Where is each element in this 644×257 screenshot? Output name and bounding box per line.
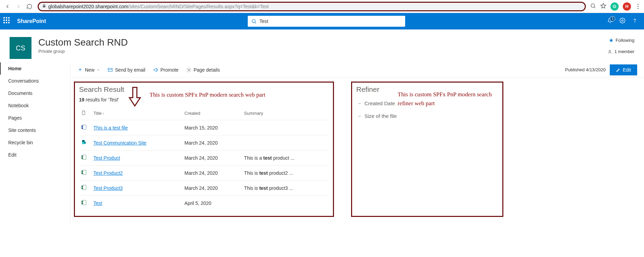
address-bar[interactable]: globalsharepoint2020.sharepoint.com/site… xyxy=(38,2,586,11)
result-summary: This is test product3 ... xyxy=(242,181,329,196)
result-title-link[interactable]: Test Product3 xyxy=(93,185,123,191)
chrome-right: G H xyxy=(590,2,641,11)
promote-button[interactable]: Promote xyxy=(153,67,179,73)
result-created: April 5, 2020 xyxy=(182,196,242,211)
result-summary: This is test product2 ... xyxy=(242,166,329,181)
chevron-down-icon xyxy=(358,101,362,106)
col-title[interactable]: Title↑ xyxy=(91,107,182,120)
bookmark-star-icon[interactable] xyxy=(600,3,606,10)
result-summary xyxy=(242,120,329,135)
mail-icon xyxy=(107,67,113,73)
excel-file-icon xyxy=(81,170,87,175)
col-icon xyxy=(79,107,91,120)
nav-item-site-contents[interactable]: Site contents xyxy=(0,124,70,136)
browser-chrome: globalsharepoint2020.sharepoint.com/site… xyxy=(0,0,644,13)
app-launcher-icon[interactable] xyxy=(3,17,12,25)
published-date: Published 4/13/2020 xyxy=(565,67,606,72)
gear-icon xyxy=(186,67,192,73)
excel-file-icon xyxy=(81,200,87,205)
chrome-menu-icon[interactable] xyxy=(635,4,641,9)
result-title-link[interactable]: Test Product2 xyxy=(93,170,123,176)
promote-icon xyxy=(153,67,158,73)
search-in-page-icon[interactable] xyxy=(590,3,596,10)
result-row: Test Communication SiteMarch 24, 2020 xyxy=(79,135,329,150)
nav-item-edit[interactable]: Edit xyxy=(0,149,70,161)
result-summary xyxy=(242,196,329,211)
col-created[interactable]: Created xyxy=(182,107,242,120)
document-icon xyxy=(81,110,86,115)
help-icon[interactable] xyxy=(632,17,638,25)
forward-button[interactable] xyxy=(14,2,23,11)
result-created: March 24, 2020 xyxy=(182,166,242,181)
nav-item-recycle-bin[interactable]: Recycle bin xyxy=(0,136,70,149)
extension-grammarly-icon[interactable]: G xyxy=(610,2,619,11)
suite-search-box[interactable] xyxy=(248,16,405,27)
result-title-link[interactable]: Test xyxy=(93,200,102,206)
nav-item-pages[interactable]: Pages xyxy=(0,112,70,124)
chevron-down-icon xyxy=(358,114,362,118)
result-summary: This is a test product ... xyxy=(242,150,329,166)
svg-rect-5 xyxy=(108,68,112,71)
nav-item-notebook[interactable]: Notebook xyxy=(0,99,70,112)
result-row: Test Product3March 24, 2020This is test … xyxy=(79,181,329,196)
svg-point-2 xyxy=(622,20,623,22)
excel-file-icon xyxy=(81,185,87,190)
edit-button[interactable]: Edit xyxy=(610,64,637,75)
notification-badge: 1 xyxy=(610,16,615,22)
sort-asc-icon: ↑ xyxy=(102,111,104,115)
word-file-icon xyxy=(81,124,87,130)
site-subtitle: Private group xyxy=(38,49,128,54)
excel-file-icon xyxy=(81,155,87,160)
search-results-panel: Search Result 19 results for 'Test' This… xyxy=(74,82,334,217)
search-icon xyxy=(251,19,257,24)
svg-point-4 xyxy=(609,50,611,52)
result-title-link[interactable]: Test Product xyxy=(93,155,120,161)
star-icon: ★ xyxy=(609,37,614,44)
svg-point-1 xyxy=(252,20,255,23)
refiner-panel: Refiner This is custom SPFx PnP modern s… xyxy=(351,82,503,217)
result-created: March 24, 2020 xyxy=(182,181,242,196)
follow-button[interactable]: ★ Following xyxy=(609,37,634,44)
nav-item-conversations[interactable]: Conversations xyxy=(0,75,70,87)
result-title-link[interactable]: Test Communication Site xyxy=(93,140,146,146)
lock-icon xyxy=(42,3,46,10)
result-summary xyxy=(242,135,329,150)
nav-item-documents[interactable]: Documents xyxy=(0,87,70,99)
command-bar: ＋ New Send by email Promote Page details… xyxy=(70,62,644,77)
plus-icon: ＋ xyxy=(77,66,83,73)
refiner-item[interactable]: Size of the file xyxy=(356,110,498,122)
nav-item-home[interactable]: Home xyxy=(0,62,70,75)
result-row: TestApril 5, 2020 xyxy=(79,196,329,211)
sp-file-icon xyxy=(81,139,87,145)
annotation-search: This is custom SPFx PnP modern search we… xyxy=(150,91,265,98)
results-table: Title↑ Created Summary This is a test fi… xyxy=(79,107,329,210)
result-row: Test ProductMarch 24, 2020This is a test… xyxy=(79,150,329,166)
members-link[interactable]: 1 member xyxy=(607,49,634,54)
back-button[interactable] xyxy=(3,2,12,11)
annotation-refiner: This is custom SPFx PnP modern search re… xyxy=(398,90,500,108)
svg-point-6 xyxy=(188,69,190,71)
result-row: Test Product2March 24, 2020This is test … xyxy=(79,166,329,181)
profile-avatar[interactable]: H xyxy=(623,2,631,11)
sharepoint-brand[interactable]: SharePoint xyxy=(17,18,46,24)
person-icon xyxy=(607,49,612,54)
site-title[interactable]: Custom Search RND xyxy=(38,37,128,48)
reload-button[interactable] xyxy=(25,2,34,11)
result-created: March 24, 2020 xyxy=(182,150,242,166)
result-row: This is a test fileMarch 15, 2020 xyxy=(79,120,329,135)
col-summary[interactable]: Summary xyxy=(242,107,329,120)
page-details-button[interactable]: Page details xyxy=(186,67,220,73)
result-title-link[interactable]: This is a test file xyxy=(93,125,128,131)
send-by-email-button[interactable]: Send by email xyxy=(107,67,145,73)
result-created: March 24, 2020 xyxy=(182,135,242,150)
settings-gear-icon[interactable] xyxy=(619,17,626,25)
left-nav: HomeConversationsDocumentsNotebookPagesS… xyxy=(0,62,70,224)
suite-bar: SharePoint 1 xyxy=(0,13,644,29)
svg-point-3 xyxy=(634,22,635,22)
notifications-icon[interactable]: 1 xyxy=(607,17,613,25)
site-logo[interactable]: CS xyxy=(10,37,31,59)
chevron-down-icon xyxy=(96,68,100,72)
search-input[interactable] xyxy=(259,19,402,24)
new-button[interactable]: ＋ New xyxy=(77,66,100,73)
result-created: March 15, 2020 xyxy=(182,120,242,135)
